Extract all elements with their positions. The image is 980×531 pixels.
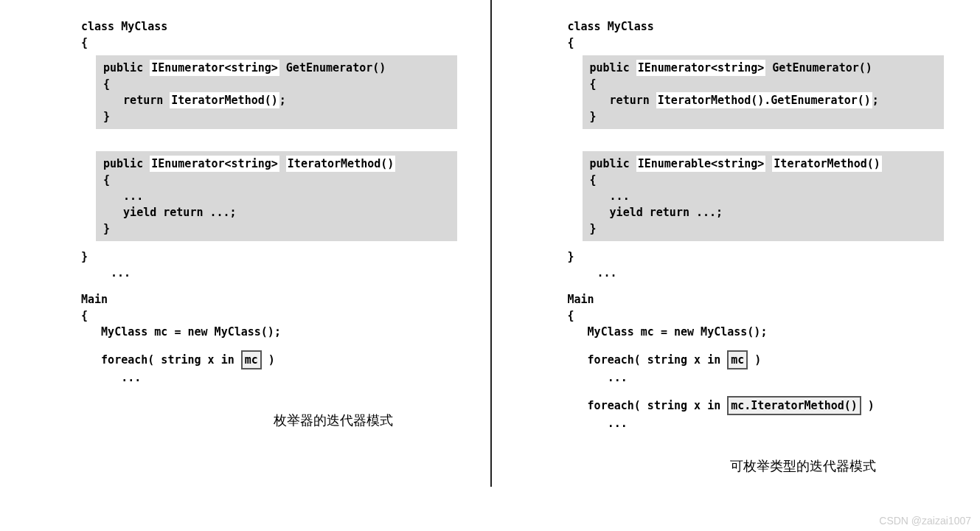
watermark: CSDN @zaizai1007	[879, 515, 971, 527]
foreach-box: mc	[241, 350, 262, 369]
foreach-line: foreach( string x in mc )	[568, 350, 959, 369]
sig-name: GetEnumerator()	[765, 61, 872, 74]
foreach-post: )	[748, 353, 761, 367]
open: {	[103, 172, 450, 188]
sig-name: GetEnumerator()	[279, 61, 386, 74]
foreach-box: mc	[727, 350, 748, 369]
close-brace: }	[568, 249, 959, 265]
dots: ...	[81, 265, 472, 281]
sig-line: public IEnumerator<string> GetEnumerator…	[103, 60, 450, 76]
return-line: return IteratorMethod();	[103, 92, 450, 108]
main: Main	[568, 291, 959, 308]
left-caption: 枚举器的迭代器模式	[81, 412, 472, 429]
method-box-2: public IEnumerable<string> IteratorMetho…	[583, 151, 944, 241]
right-panel: class MyClass { public IEnumerator<strin…	[494, 0, 981, 531]
spacer	[568, 340, 959, 350]
foreach2-box: mc.IteratorMethod()	[727, 396, 861, 415]
sig-public: public	[590, 61, 636, 74]
sig-line: public IEnumerator<string> IteratorMetho…	[103, 156, 450, 172]
foreach2-pre: foreach( string x in	[568, 399, 728, 412]
close: }	[590, 221, 936, 237]
class-decl: class MyClass	[568, 18, 959, 35]
sig-gap	[765, 157, 772, 170]
ret-highlight: IteratorMethod()	[170, 92, 279, 108]
right-caption: 可枚举类型的迭代器模式	[568, 457, 959, 475]
ret-pre: return	[103, 94, 170, 107]
sig-public: public	[103, 61, 150, 74]
body1: ...	[103, 188, 450, 204]
foreach2-line: foreach( string x in mc.IteratorMethod()…	[568, 396, 959, 415]
foreach-pre: foreach( string x in	[81, 353, 241, 367]
method-box-1: public IEnumerator<string> GetEnumerator…	[583, 55, 944, 129]
main: Main	[81, 291, 472, 308]
open: {	[103, 76, 450, 92]
foreach-post: )	[262, 353, 275, 367]
main-dots2: ...	[568, 415, 959, 431]
foreach2-post: )	[861, 399, 875, 412]
ret-pre: return	[590, 94, 656, 107]
main-line1: MyClass mc = new MyClass();	[81, 324, 472, 340]
close: }	[103, 108, 450, 125]
sig-name-hl: IteratorMethod()	[772, 156, 882, 172]
close-brace: }	[81, 249, 472, 265]
body1: ...	[590, 188, 936, 204]
sig-highlight: IEnumerator<string>	[636, 60, 766, 76]
spacer	[81, 340, 472, 350]
ret-post: ;	[279, 94, 286, 107]
main-open: {	[81, 308, 472, 324]
method-box-2: public IEnumerator<string> IteratorMetho…	[96, 151, 457, 241]
left-panel: class MyClass { public IEnumerator<strin…	[0, 0, 494, 531]
method-box-1: public IEnumerator<string> GetEnumerator…	[96, 55, 457, 129]
dots: ...	[568, 265, 959, 281]
sig-highlight: IEnumerator<string>	[150, 156, 279, 172]
main-block: Main { MyClass mc = new MyClass(); forea…	[568, 291, 959, 431]
sig-highlight: IEnumerable<string>	[636, 156, 766, 172]
main-line1: MyClass mc = new MyClass();	[568, 324, 959, 340]
foreach-pre: foreach( string x in	[568, 353, 728, 367]
return-line: return IteratorMethod().GetEnumerator();	[590, 92, 936, 108]
class-decl: class MyClass	[81, 18, 472, 35]
sig-public: public	[590, 157, 636, 170]
body2: yield return ...;	[590, 204, 936, 221]
open: {	[590, 76, 936, 92]
open: {	[590, 172, 936, 188]
comparison-container: class MyClass { public IEnumerator<strin…	[0, 0, 980, 531]
sig-line: public IEnumerator<string> GetEnumerator…	[590, 60, 936, 76]
spacer	[568, 136, 959, 147]
sig-highlight: IEnumerator<string>	[150, 60, 279, 76]
foreach-line: foreach( string x in mc )	[81, 350, 472, 369]
sig-public: public	[103, 157, 150, 170]
sig-line: public IEnumerable<string> IteratorMetho…	[590, 156, 936, 172]
main-block: Main { MyClass mc = new MyClass(); forea…	[81, 291, 472, 386]
ret-highlight: IteratorMethod().GetEnumerator()	[656, 92, 872, 108]
spacer	[81, 136, 472, 147]
main-open: {	[568, 308, 959, 324]
spacer	[568, 386, 959, 396]
sig-gap	[279, 157, 286, 170]
sig-name-hl: IteratorMethod()	[286, 156, 396, 172]
open-brace: {	[81, 35, 472, 51]
main-dots: ...	[81, 369, 472, 386]
ret-post: ;	[872, 94, 879, 107]
body2: yield return ...;	[103, 204, 450, 221]
main-dots: ...	[568, 369, 959, 386]
close: }	[590, 108, 936, 125]
close: }	[103, 221, 450, 237]
open-brace: {	[568, 35, 959, 51]
